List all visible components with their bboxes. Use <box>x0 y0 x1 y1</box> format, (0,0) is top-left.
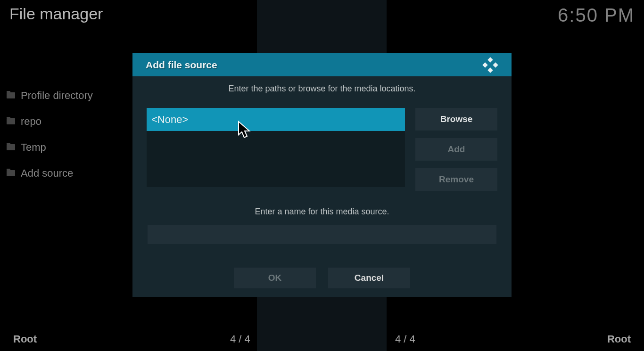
name-instruction: Enter a name for this media source. <box>132 207 512 217</box>
dialog-instruction: Enter the paths or browse for the media … <box>132 84 512 94</box>
dialog-titlebar: Add file source <box>132 53 512 76</box>
svg-rect-1 <box>482 62 487 67</box>
remove-button[interactable]: Remove <box>415 168 497 191</box>
dialog-action-row: OK Cancel <box>132 268 512 288</box>
list-item-label: Temp <box>21 141 46 154</box>
add-file-source-dialog: Add file source Enter the paths or brows… <box>132 53 512 297</box>
svg-rect-3 <box>487 67 493 73</box>
ok-button[interactable]: OK <box>234 268 316 288</box>
footer-left-count: 4 / 4 <box>230 333 250 345</box>
dialog-title-text: Add file source <box>146 59 217 71</box>
clock: 6:50 PM <box>558 5 635 26</box>
footer: Root 4 / 4 4 / 4 Root <box>0 327 644 351</box>
svg-rect-0 <box>487 57 493 62</box>
browse-button[interactable]: Browse <box>415 108 497 131</box>
path-input-row[interactable]: <None> <box>147 108 405 131</box>
list-item-label: repo <box>21 115 41 128</box>
source-name-input[interactable] <box>148 225 496 244</box>
kodi-logo-icon <box>482 57 498 73</box>
folder-icon <box>7 170 15 176</box>
cancel-button[interactable]: Cancel <box>328 268 410 288</box>
header: File manager 6:50 PM <box>0 5 644 26</box>
side-buttons: Browse Add Remove <box>415 108 497 191</box>
list-item-label: Add source <box>21 167 73 180</box>
list-item-label: Profile directory <box>21 90 93 102</box>
footer-right-path: Root <box>607 333 631 345</box>
path-area: <None> Browse Add Remove <box>132 108 512 191</box>
page-title: File manager <box>9 5 103 26</box>
folder-icon <box>7 92 15 98</box>
add-button[interactable]: Add <box>415 138 497 161</box>
footer-right-count: 4 / 4 <box>395 333 415 345</box>
folder-icon <box>7 118 15 124</box>
paths-list: <None> <box>147 108 405 187</box>
svg-rect-2 <box>493 62 498 67</box>
footer-left-path: Root <box>13 333 37 345</box>
folder-icon <box>7 144 15 150</box>
